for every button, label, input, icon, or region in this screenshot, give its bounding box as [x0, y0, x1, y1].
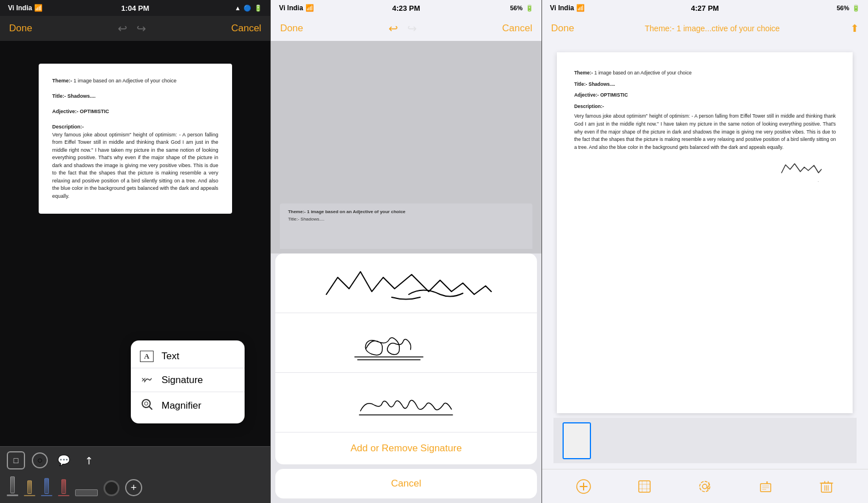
p3-markup-btn[interactable] — [755, 476, 776, 497]
sig-picker: Add or Remove Signature — [275, 253, 536, 464]
panel-3: Vi India 📶 4:27 PM 56% 🔋 Done Theme:- 1 … — [542, 0, 868, 503]
status-right-2: 56% 🔋 — [510, 5, 534, 12]
sig-area: Theme:- 1 image based on an Adjective of… — [271, 41, 541, 503]
nav-bar-3: Done Theme:- 1 image...ctive of your cho… — [542, 16, 868, 41]
status-left-2: Vi India 📶 — [279, 4, 313, 12]
popup-text-label: Text — [162, 351, 179, 362]
popup-text[interactable]: A Text — [131, 345, 245, 368]
p3-crop-btn[interactable] — [634, 476, 655, 497]
p3-content: Theme:- 1 image based on an Adjective of… — [574, 69, 836, 184]
doc-preview-area: Theme:- 1 image based on an Adjective of… — [271, 41, 541, 253]
p3-toolbar — [542, 469, 868, 503]
carrier-3: Vi India — [550, 4, 574, 12]
adj-label-1: Adjective:- OPTIMISTIC — [52, 109, 109, 114]
battery-pct-3: 56% — [837, 5, 849, 11]
popup-signature-label: Signature — [162, 375, 203, 386]
status-right-3: 56% 🔋 — [837, 5, 860, 12]
nav-bar-2: Done ↩ ↪ Cancel — [271, 16, 541, 41]
sig-item-2[interactable] — [275, 313, 536, 373]
pen-tool-1[interactable] — [7, 476, 18, 496]
doc-mini-title: Title:- Shadows.... — [288, 217, 524, 222]
bubble-shape-btn[interactable]: 💬 — [55, 451, 73, 469]
magnifier-icon — [140, 398, 154, 413]
add-remove-sig-btn[interactable]: Add or Remove Signature — [275, 433, 536, 464]
signal-icon-1: ▲ — [234, 5, 241, 11]
sig-svg-1 — [281, 260, 531, 306]
wifi-icon-1: 📶 — [34, 4, 43, 12]
redo-icon-1[interactable]: ↪ — [137, 22, 146, 35]
add-tool-btn[interactable]: + — [125, 479, 142, 496]
add-icon-3 — [576, 479, 592, 494]
p3-rotate-btn[interactable] — [695, 476, 715, 497]
p3-desc-label: Description:- — [574, 103, 604, 109]
panel-1: Vi India 📶 1:04 PM ▲ 🔵 🔋 Done ↩ ↪ Cancel… — [0, 0, 270, 503]
pen-tool-4[interactable] — [58, 479, 69, 496]
p3-delete-btn[interactable] — [816, 476, 837, 497]
signature-icon: ✕ — [140, 374, 154, 386]
theme-value-1: 1 image based on an Adjective of your ch… — [73, 78, 176, 84]
circle-shape-btn[interactable]: ○ — [32, 452, 48, 468]
p3-adj-label: Adjective:- OPTIMISTIC — [574, 92, 627, 98]
doc-mini-theme: Theme:- 1 image based on an Adjective of… — [288, 209, 524, 214]
share-icon-3[interactable]: ⬆ — [850, 22, 859, 35]
undo-icon-1[interactable]: ↩ — [118, 22, 127, 35]
nav-icons-1: ↩ ↪ — [118, 22, 146, 35]
thumb-strip — [553, 418, 857, 463]
color-btn[interactable] — [104, 480, 119, 496]
sig-item-3[interactable] — [275, 373, 536, 433]
tool-row-pens: + — [7, 474, 263, 498]
pen-tool-3[interactable] — [41, 478, 52, 496]
status-left-3: Vi India 📶 — [550, 4, 585, 12]
undo-icon-2[interactable]: ↩ — [388, 22, 398, 35]
popup-magnifier[interactable]: Magnifier — [131, 392, 245, 419]
sig-item-1[interactable] — [275, 253, 536, 313]
carrier-2: Vi India — [279, 4, 303, 12]
wifi-icon-4: 📶 — [576, 4, 585, 12]
pen-tool-2[interactable] — [24, 480, 35, 496]
done-button-3[interactable]: Done — [551, 23, 574, 34]
time-3: 4:27 PM — [691, 4, 719, 13]
status-bar-2: Vi India 📶 4:23 PM 56% 🔋 — [271, 0, 541, 16]
done-button-1[interactable]: Done — [9, 23, 32, 34]
delete-icon-3 — [820, 479, 833, 494]
done-button-2[interactable]: Done — [280, 23, 303, 34]
sig-svg-3 — [281, 380, 531, 425]
p3-add-btn[interactable] — [573, 476, 594, 497]
popup-signature[interactable]: ✕ Signature — [131, 368, 245, 392]
popup-magnifier-label: Magnifier — [162, 400, 201, 411]
theme-label-1: Theme:- — [52, 78, 72, 84]
p3-desc-text: Very famous joke about optimism" height … — [574, 113, 836, 151]
status-bar-1: Vi India 📶 1:04 PM ▲ 🔵 🔋 — [0, 0, 270, 16]
status-bar-3: Vi India 📶 4:27 PM 56% 🔋 — [542, 0, 868, 16]
nav-title-3: Theme:- 1 image...ctive of your choice — [574, 24, 850, 33]
title-label-1: Title:- Shadows.... — [52, 93, 96, 99]
doc-mini: Theme:- 1 image based on an Adjective of… — [280, 203, 532, 249]
cancel-button-1[interactable]: Cancel — [231, 23, 261, 34]
battery-icon-1: 🔋 — [254, 5, 262, 12]
ruler-btn[interactable] — [75, 489, 98, 496]
doc-content-1: Theme:- 1 image based on an Adjective of… — [52, 77, 218, 200]
nav-bar-1: Done ↩ ↪ Cancel — [0, 16, 270, 41]
redo-icon-2[interactable]: ↪ — [407, 22, 417, 35]
p3-theme-val: 1 image based on an Adjective of your ch… — [594, 70, 692, 76]
battery-icon-2: 🔋 — [526, 5, 534, 12]
carrier-1: Vi India — [8, 4, 32, 12]
desc-label-1: Description:- — [52, 124, 84, 130]
text-icon: A — [140, 351, 154, 362]
svg-point-2 — [144, 402, 148, 405]
popup-menu: A Text ✕ Signature Magnifier — [131, 340, 245, 423]
p3-doc-area: Theme:- 1 image based on an Adjective of… — [542, 41, 868, 469]
status-right-1: ▲ 🔵 🔋 — [234, 5, 262, 12]
sig-cancel-btn[interactable]: Cancel — [275, 469, 536, 498]
rotate-icon-3 — [697, 479, 712, 494]
tool-row-shapes: □ ○ 💬 ↗ — [7, 451, 263, 469]
battery-pct-2: 56% — [510, 5, 523, 11]
thumb-1[interactable] — [563, 422, 591, 459]
square-shape-btn[interactable]: □ — [7, 451, 25, 469]
nav-icons-2: ↩ ↪ — [388, 22, 417, 35]
p3-sig-placeholder: . — [574, 177, 836, 184]
cancel-button-2[interactable]: Cancel — [502, 23, 532, 34]
time-2: 4:23 PM — [392, 4, 420, 13]
arrow-shape-btn[interactable]: ↗ — [76, 447, 101, 473]
desc-text-1: Very famous joke about optimism" height … — [52, 131, 218, 201]
